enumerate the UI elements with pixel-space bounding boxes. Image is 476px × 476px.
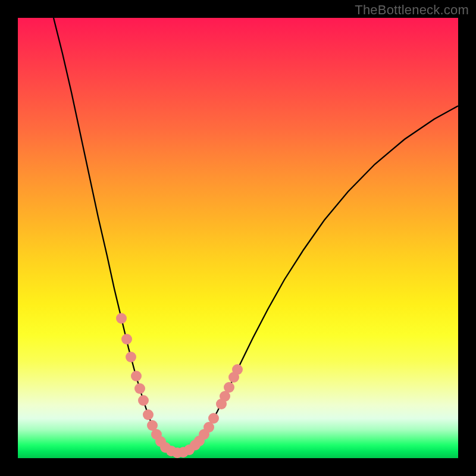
data-marker [116,313,127,324]
data-marker [134,383,145,394]
data-marker [232,364,243,375]
data-marker [121,334,132,345]
marker-layer [116,313,243,458]
chart-frame: TheBottleneck.com [0,0,476,476]
data-marker [208,413,219,424]
data-marker [138,395,149,406]
watermark-text: TheBottleneck.com [355,2,469,18]
data-marker [143,409,154,420]
plot-area [18,18,458,458]
bottleneck-curve [54,18,458,453]
data-marker [224,382,234,393]
chart-svg [18,18,458,458]
curve-layer [54,18,458,453]
data-marker [126,352,136,362]
data-marker [131,371,142,381]
